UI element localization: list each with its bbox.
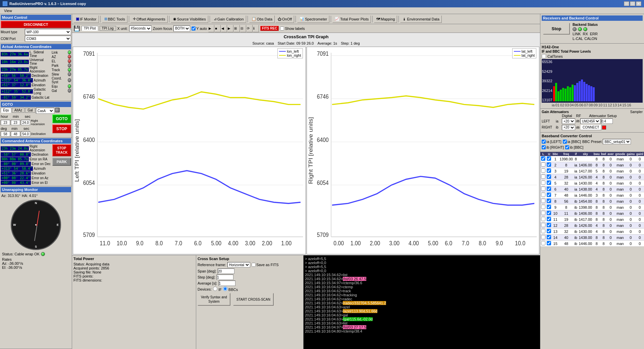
reset-button[interactable]: ⟳: [247, 25, 253, 32]
if-radio[interactable]: [213, 287, 217, 291]
stop-playback-button[interactable]: ■: [215, 25, 221, 32]
zoom-focus-select[interactable]: BOTH: [173, 26, 190, 32]
goto-tab-equ[interactable]: Equ: [1, 108, 11, 113]
play-button[interactable]: ▶: [208, 25, 214, 32]
right-graph[interactable]: lat_left lat_right 709: [307, 47, 540, 254]
tpi-plot-tab[interactable]: TPI Plot: [82, 26, 98, 31]
com-port-select[interactable]: COM3: [25, 36, 71, 42]
ib-right-checkbox[interactable]: [542, 145, 546, 149]
bbc-check-12-0[interactable]: [541, 223, 545, 227]
verify-button[interactable]: Verify Syntax andSystem: [198, 293, 230, 306]
save-fits-checkbox[interactable]: [252, 263, 256, 267]
gain-calib-button[interactable]: ⊿ Gain Calibration: [211, 15, 246, 23]
bbc-check-15-1[interactable]: [547, 241, 551, 245]
close-button[interactable]: ✕: [636, 1, 641, 6]
ia-bbc-checkbox[interactable]: [563, 140, 567, 144]
bbc-check-10-0[interactable]: [541, 211, 545, 215]
bbc-check-9-0[interactable]: [541, 205, 545, 209]
ib-bbc-check[interactable]: ib [BBC]: [565, 145, 583, 149]
disconnect-button[interactable]: DISCONNECT: [1, 21, 71, 28]
ia-left-checkbox[interactable]: [542, 140, 546, 144]
bbc-check-6-1[interactable]: [547, 187, 551, 191]
bbc-check-5-1[interactable]: [547, 181, 551, 185]
dec-deg-input[interactable]: [1, 131, 10, 137]
bbc-check-7-1[interactable]: [547, 193, 551, 197]
left-digital-select[interactable]: +20: [562, 118, 575, 124]
next-button[interactable]: ▶: [227, 25, 233, 32]
y-auto-check[interactable]: Y auto: [192, 27, 207, 31]
bbc-check-5-0[interactable]: [541, 181, 545, 185]
preset-select[interactable]: BBC_setup01: [603, 139, 631, 144]
expand-button[interactable]: ⊞: [234, 25, 240, 32]
right-digital-select[interactable]: +20: [562, 125, 575, 130]
bbc-check-8-0[interactable]: [541, 199, 545, 203]
bbc-check-14-0[interactable]: [541, 235, 545, 239]
left-setup-select[interactable]: UM245R: [580, 118, 600, 124]
minimize-button[interactable]: ─: [624, 1, 629, 6]
menu-view[interactable]: View: [1, 8, 15, 13]
show-labels-check[interactable]: Show labels: [280, 27, 305, 31]
bbcs-radio[interactable]: [223, 287, 227, 291]
ra-sec-input[interactable]: [21, 120, 30, 125]
fits-rec-button[interactable]: FITS REC: [260, 26, 279, 31]
ia-bbc-check[interactable]: ia [BBC]: [563, 140, 581, 144]
left-graph[interactable]: lon_left lon_right 709: [73, 47, 306, 254]
total-power-button[interactable]: 📈 Total Power Plots: [332, 15, 371, 23]
bbc-check-14-1[interactable]: [547, 235, 551, 239]
bbc-check-13-0[interactable]: [541, 229, 545, 233]
bbc-check-13-1[interactable]: [547, 229, 551, 233]
park-button[interactable]: PARK: [52, 158, 71, 166]
goto-tab-gal[interactable]: Gal: [25, 108, 35, 113]
source-vis-button[interactable]: ◉ Source Visibilities: [171, 15, 208, 23]
env-data-button[interactable]: 🌡 Environmental Data: [400, 15, 442, 23]
bbc-check-9-1[interactable]: [547, 205, 551, 209]
bbc-check-4-1[interactable]: [547, 174, 551, 179]
tpi-log-tab[interactable]: TPI Log: [100, 26, 116, 31]
ib-bbc-checkbox[interactable]: [565, 145, 569, 149]
on-off-button[interactable]: ⏻ OnOff: [275, 15, 294, 23]
y-auto-checkbox[interactable]: [192, 27, 196, 31]
bbc-check-1-0[interactable]: [541, 156, 545, 161]
stop-main-button[interactable]: Stop: [543, 23, 570, 35]
bbc-table-container[interactable]: L U bbc freq if sky bwu bwl aver gmode g…: [540, 152, 644, 349]
cal-tones-checkbox[interactable]: [542, 54, 546, 58]
x-unit-select[interactable]: #Seconds: [129, 26, 152, 32]
dec-sec-input[interactable]: [21, 131, 30, 137]
goto-tab-altaz[interactable]: AltAz: [12, 108, 24, 113]
mount-type-select[interactable]: WP-100: [25, 29, 71, 35]
start-scan-button[interactable]: START CROSS-SCAN: [233, 293, 274, 306]
bbc-check-15-0[interactable]: [541, 241, 545, 245]
left-sampler-input[interactable]: [601, 118, 613, 124]
ra-hour-input[interactable]: [1, 120, 10, 125]
ra-min-input[interactable]: [11, 120, 20, 125]
ref-frame-select[interactable]: Horizontal: [227, 262, 250, 267]
ia-left-check[interactable]: ia [LEFT]: [542, 140, 561, 144]
bbc-check-12-1[interactable]: [547, 223, 551, 227]
goto-button[interactable]: GOTO: [52, 114, 71, 123]
average-input[interactable]: [219, 281, 235, 286]
bbc-check-1-1[interactable]: [547, 156, 551, 161]
show-labels-checkbox[interactable]: [280, 27, 284, 31]
stop-goto-button[interactable]: STOP: [52, 124, 71, 133]
save-fits-check[interactable]: Save as FITS: [252, 263, 279, 267]
mapping-button[interactable]: 🗺 Mapping: [374, 15, 397, 23]
bbc-check-2-0[interactable]: [541, 162, 545, 167]
terminal-panel[interactable]: > azeloff=5,5 > azeloff=0,0 > azeloff=5,…: [304, 255, 540, 349]
bbc-check-3-1[interactable]: [547, 168, 551, 173]
bbcs-radio-label[interactable]: BBCs: [223, 287, 238, 292]
bbc-tools-button[interactable]: ⊞ BBC Tools: [102, 15, 127, 23]
bbc-check-8-1[interactable]: [547, 199, 551, 203]
dec-min-input[interactable]: [11, 131, 20, 137]
connect-button[interactable]: CONNECT: [580, 124, 601, 130]
bbc-check-4-0[interactable]: [541, 174, 545, 179]
source-select[interactable]: CasA: [36, 108, 54, 114]
bbc-check-6-0[interactable]: [541, 187, 545, 191]
offset-align-button[interactable]: ✛ Offset Alignments: [130, 15, 168, 23]
stop-track-button[interactable]: STOPTRACK: [52, 144, 71, 156]
info-button[interactable]: ℹ: [253, 25, 259, 32]
ib-right-check[interactable]: ib [RIGHT]: [542, 145, 564, 149]
step-input[interactable]: [217, 275, 233, 280]
span-input[interactable]: [218, 268, 234, 274]
if-monitor-button[interactable]: ▣ IF Monitor: [73, 15, 99, 23]
bbc-check-10-1[interactable]: [547, 211, 551, 215]
